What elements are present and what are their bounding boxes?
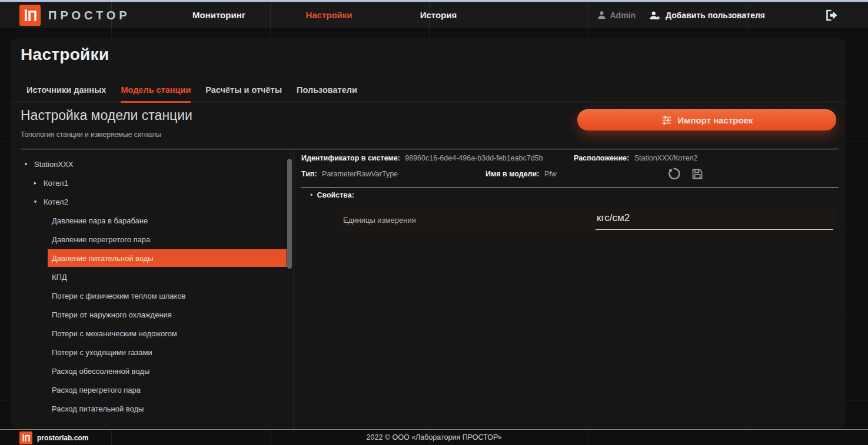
tree-item-label: Расход питательной воды: [52, 404, 144, 413]
tree-item[interactable]: Расход обессоленной воды: [11, 362, 287, 380]
revert-button[interactable]: [666, 166, 681, 181]
admin-user-label: Admin: [610, 11, 636, 20]
tree-item[interactable]: ▾StationXXX: [11, 155, 287, 173]
tree-item-label: Потери с механическим недожогом: [52, 329, 177, 338]
panel-divider: [294, 150, 294, 430]
tree-item-label: Потери с уходящими газами: [52, 348, 152, 357]
page-title: Настройки: [21, 45, 109, 64]
logout-button[interactable]: [823, 8, 839, 22]
person-icon: [597, 10, 607, 20]
properties-heading: •Свойства:: [310, 191, 354, 199]
add-user-label: Добавить пользователя: [666, 11, 765, 20]
tab-users[interactable]: Пользователи: [297, 85, 357, 103]
caret-down-icon[interactable]: ▾: [31, 199, 39, 205]
section-subtitle: Топология станции и измеряемые сигналы: [21, 131, 192, 139]
caret-right-icon[interactable]: ▸: [31, 180, 39, 186]
settings-card: Настройки Источники данныхМодель станции…: [11, 38, 846, 430]
tab-bar: Источники данныхМодель станцииРасчёты и …: [11, 85, 846, 102]
field-type: Тип: ParameterRawVarType: [301, 170, 398, 178]
tree-item[interactable]: Давление пара в барабане: [11, 211, 287, 230]
tree-item-label: Потери с физическим теплом шлаков: [52, 292, 186, 300]
brand[interactable]: ПРОСТОР: [19, 5, 131, 26]
tree-item[interactable]: Давление питательной воды: [11, 249, 287, 267]
section-header: Настройка модели станции Топология станц…: [21, 108, 836, 139]
tree-item-label: Давление перегретого пара: [52, 235, 150, 244]
details-panel: Идентификатор в системе: 98960c16-6de4-4…: [301, 150, 839, 430]
properties-divider: [301, 188, 839, 188]
tab-station-model[interactable]: Модель станции: [121, 85, 191, 103]
tree-item[interactable]: КПД: [11, 267, 287, 286]
tree-item-label: Расход перегретого пара: [52, 386, 141, 394]
save-button[interactable]: [690, 167, 704, 181]
property-label: Единицы измерения: [343, 216, 416, 225]
section-titles: Настройка модели станции Топология станц…: [21, 108, 192, 139]
logout-icon: [823, 8, 839, 22]
bullet-icon: •: [310, 191, 312, 199]
tree-item[interactable]: Потери с физическим теплом шлаков: [11, 286, 287, 305]
nav-item-history[interactable]: История: [420, 2, 457, 28]
station-tree: ▾StationXXX▸Котел1▾Котел2Давление пара в…: [11, 150, 287, 429]
details-actions: [666, 166, 704, 181]
tree-item-label: Потери от наружного охлаждения: [52, 310, 172, 319]
import-settings-button[interactable]: Импорт настроек: [577, 109, 836, 131]
undo-icon: [666, 166, 681, 181]
import-settings-label: Импорт настроек: [678, 115, 753, 125]
tree-item-label: Котел2: [44, 198, 68, 206]
top-navbar: ПРОСТОР МониторингНастройкиИстория Admin…: [0, 0, 868, 28]
save-icon: [690, 167, 704, 181]
footer-copyright: 2022 © ООО «Лаборатория ПРОСТОР»: [0, 433, 868, 441]
field-system-id: Идентификатор в системе: 98960c16-6de4-4…: [301, 154, 543, 162]
tree-item-label: Котел1: [44, 179, 68, 188]
content-divider: [21, 149, 839, 149]
add-user-button[interactable]: Добавить пользователя: [648, 10, 765, 21]
tree-item[interactable]: ▸Котел1: [11, 173, 287, 192]
tree-item-label: Давление пара в барабане: [52, 216, 148, 225]
tree-item[interactable]: Давление перегретого пара: [11, 230, 287, 249]
property-row: Единицы измерения: [338, 207, 836, 234]
admin-user-menu[interactable]: Admin: [597, 10, 636, 20]
tree-item[interactable]: Потери от наружного охлаждения: [11, 305, 287, 324]
tree-scrollbar[interactable]: [287, 159, 292, 269]
tree-item[interactable]: Потери с уходящими газами: [11, 343, 287, 362]
tree-item[interactable]: Расход питательной воды: [11, 399, 287, 418]
units-input[interactable]: [596, 210, 833, 230]
tree-item-label: Давление питательной воды: [52, 254, 154, 263]
tab-data-sources[interactable]: Источники данных: [26, 85, 106, 103]
navbar-right: Admin Добавить пользователя: [597, 2, 868, 28]
tree-item[interactable]: Потери с механическим недожогом: [11, 324, 287, 343]
field-location: Расположение: StationXXX/Котел2: [574, 154, 697, 162]
tree-item-label: StationXXX: [34, 160, 74, 169]
tab-calculations-reports[interactable]: Расчёты и отчёты: [205, 85, 282, 103]
nav-item-settings[interactable]: Настройки: [305, 2, 352, 28]
tree-item[interactable]: ▾Котел2: [11, 192, 287, 211]
brand-name: ПРОСТОР: [48, 9, 131, 22]
person-plus-icon: [648, 10, 661, 21]
nav-item-monitoring[interactable]: Мониторинг: [192, 2, 245, 28]
brand-logo-icon: [19, 5, 41, 26]
footer: prostorlab.com 2022 © ООО «Лаборатория П…: [0, 429, 868, 445]
section-title: Настройка модели станции: [21, 108, 192, 123]
tree-item-label: Расход обессоленной воды: [52, 367, 149, 376]
sliders-icon: [661, 114, 673, 126]
tree-item-label: КПД: [52, 273, 67, 282]
field-model-name: Имя в модели: Pfw: [485, 170, 557, 178]
caret-down-icon[interactable]: ▾: [22, 161, 30, 167]
tree-item[interactable]: Расход перегретого пара: [11, 380, 287, 399]
